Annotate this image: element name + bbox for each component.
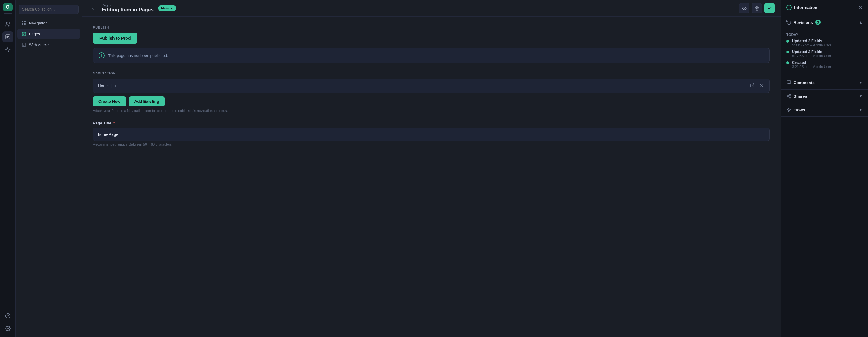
nav-buttons: Create New Add Existing [93,96,770,106]
comments-label: Comments [794,81,815,85]
flows-label: Flows [794,108,805,112]
revision-info: Updated 2 Fields 5:30:56 pm – Admin User [792,39,831,47]
breadcrumb-parent: Pages [102,3,154,7]
revision-dot [786,40,789,42]
publish-info-text: This page has not been published. [108,53,168,58]
svg-line-15 [788,95,789,96]
create-new-button[interactable]: Create New [93,96,126,106]
eye-icon [742,6,747,10]
back-button[interactable] [88,3,98,13]
svg-point-4 [7,328,8,330]
navigation-row: Home | [93,79,770,93]
sidebar-item-web-article-label: Web Article [29,42,49,47]
panel-info-icon: i [786,5,792,10]
shares-section: Shares ▼ [781,90,868,103]
flows-header[interactable]: Flows ▼ [781,103,868,116]
page-title-label: Page Title * [93,121,770,125]
nav-external-link-button[interactable] [749,83,755,89]
revision-action: Updated 2 Fields [792,39,831,43]
revision-meta: 5:17:33 pm – Admin User [792,54,831,58]
external-link-icon [750,83,754,87]
nav-actions [749,83,765,89]
svg-point-7 [744,7,745,9]
comments-title: Comments [786,80,815,85]
shares-title: Shares [786,94,807,98]
sidebar-item-pages-label: Pages [29,32,40,36]
help-icon [5,313,10,318]
panel-close-button[interactable]: ✕ [858,5,863,10]
shares-label: Shares [794,94,807,98]
sidebar-item-pages[interactable]: Pages [18,29,80,39]
page-title-hint: Recommended length: Between 50 – 60 char… [93,143,770,146]
iconbar-settings[interactable] [2,323,13,334]
add-existing-button[interactable]: Add Existing [129,96,165,106]
search-input[interactable] [19,5,79,14]
revisions-list: Today Updated 2 Fields 5:30:56 pm – Admi… [781,29,868,76]
preview-button[interactable] [739,3,749,13]
publish-to-prod-button[interactable]: Publish to Prod [93,33,137,44]
revision-dot [786,51,789,53]
iconbar-pages[interactable] [2,31,13,42]
pages-icon-sidebar [5,34,10,39]
revisions-header[interactable]: Revisions 3 ▲ [781,16,868,29]
publish-section: Publish Publish to Prod i This page has … [93,26,770,63]
sidebar: Navigation Pages Web Article [16,0,82,337]
revision-meta: 3:21:25 pm – Admin User [792,65,831,68]
svg-marker-16 [787,108,790,112]
iconbar-analytics[interactable] [2,44,13,55]
nav-remove-button[interactable] [758,83,765,89]
revisions-title: Revisions 3 [786,20,821,25]
main-content: Pages Editing Item in Pages Main Publish… [82,0,781,337]
settings-icon [5,326,10,331]
comments-icon [786,80,791,85]
app-logo[interactable]: O [2,3,13,14]
sidebar-item-navigation[interactable]: Navigation [18,18,80,28]
web-article-icon [21,42,27,47]
flows-title: Flows [786,107,805,112]
editor-body: Publish Publish to Prod i This page has … [82,17,781,337]
header-actions [739,3,775,13]
revision-action: Updated 2 Fields [792,50,831,54]
shares-icon [786,94,791,98]
flows-section: Flows ▼ [781,103,868,117]
comments-section: Comments ▼ [781,76,868,90]
shares-header[interactable]: Shares ▼ [781,90,868,103]
panel-header: i Information ✕ [781,0,868,16]
revision-item: Updated 2 Fields 5:17:33 pm – Admin User [786,50,863,58]
revision-item: Updated 2 Fields 5:30:56 pm – Admin User [786,39,863,47]
flows-chevron-icon: ▼ [859,108,863,112]
revision-info: Created 3:21:25 pm – Admin User [792,61,831,68]
nav-path: Home | [98,84,749,88]
branch-badge[interactable]: Main [158,5,176,11]
page-title-input[interactable] [93,128,770,141]
pages-nav-icon [21,31,27,36]
logo-letter: O [6,4,9,10]
save-button[interactable] [764,3,775,13]
iconbar-users[interactable] [2,19,13,30]
revision-item: Created 3:21:25 pm – Admin User [786,61,863,68]
navigation-section: Navigation Home | Create New [93,71,770,113]
back-icon [90,6,95,10]
revisions-chevron-icon: ▲ [859,20,863,24]
required-marker: * [112,121,115,125]
sidebar-item-web-article[interactable]: Web Article [18,39,80,50]
navigation-label: Navigation [93,71,770,75]
comments-header[interactable]: Comments ▼ [781,76,868,89]
trash-icon [755,6,759,10]
revisions-date-header: Today [786,33,863,36]
iconbar-help[interactable] [2,310,13,321]
info-icon: i [98,53,104,59]
delete-button[interactable] [752,3,762,13]
flows-icon [786,107,791,112]
close-icon [759,83,764,87]
icon-bar: O [0,0,16,337]
svg-line-14 [788,96,789,97]
sidebar-item-navigation-label: Navigation [29,21,47,25]
comments-chevron-icon: ▼ [859,81,863,85]
svg-point-0 [6,22,8,24]
navigation-icon [21,20,27,26]
analytics-icon [5,47,10,52]
publish-info-banner: i This page has not been published. [93,48,770,63]
revisions-icon [786,20,791,25]
nav-hint: Attach your Page to a Navigation item to… [93,109,770,113]
